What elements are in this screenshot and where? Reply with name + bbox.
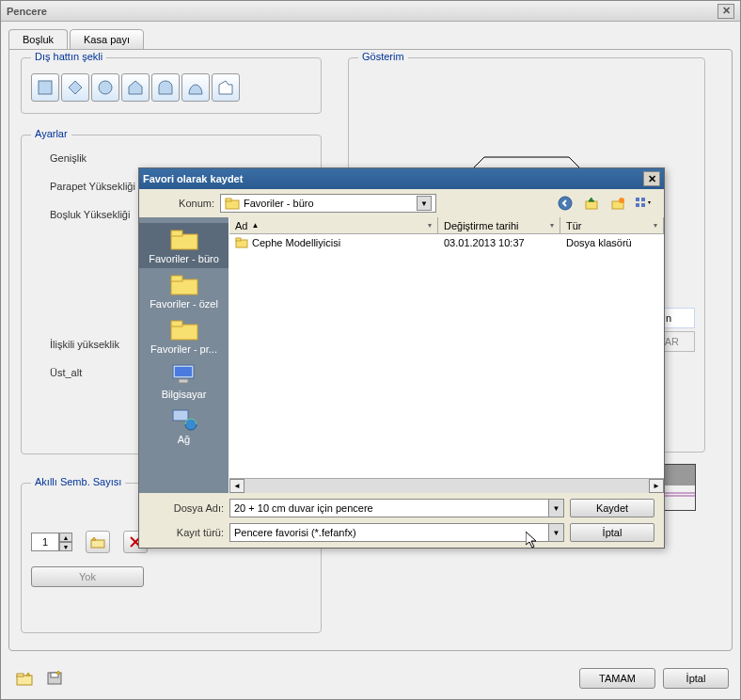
scroll-left-icon[interactable]: ◄ [229,479,244,493]
col-type[interactable]: Tür▾ [560,217,664,233]
svg-rect-16 [17,674,24,676]
folder-icon [235,237,248,248]
svg-point-2 [99,81,112,94]
file-row[interactable]: Cephe Modelliyicisi 03.01.2013 10:37 Dos… [229,234,664,251]
tab-bosluk[interactable]: Boşluk [8,29,68,50]
svg-rect-29 [636,203,639,207]
svg-rect-38 [175,367,192,376]
svg-marker-5 [92,537,96,540]
svg-rect-32 [171,231,182,236]
svg-marker-3 [129,81,142,94]
save-fav-icon[interactable] [42,667,67,690]
svg-point-23 [559,197,572,210]
type-value[interactable] [230,527,548,538]
svg-marker-17 [26,673,30,676]
svg-rect-30 [641,203,645,207]
group-gosterim-title: Gösterim [358,51,408,62]
svg-rect-43 [236,238,241,241]
shape-diamond-icon[interactable] [61,73,89,102]
place-ag[interactable]: Ağ [139,404,229,449]
dialog-close-icon[interactable]: ✕ [643,171,660,186]
view-menu-icon[interactable] [634,194,654,213]
svg-point-26 [619,198,624,203]
place-buro[interactable]: Favoriler - büro [139,223,229,268]
filename-input-wrap[interactable]: ▼ [229,499,564,517]
chevron-down-icon[interactable]: ▼ [548,524,563,541]
type-combo[interactable]: ▼ [229,523,564,542]
svg-rect-24 [586,201,597,209]
iptal-button[interactable]: İptal [663,668,729,689]
svg-rect-34 [171,276,182,281]
col-date[interactable]: Değiştirme tarihi▾ [438,217,560,233]
konum-label: Konum: [149,198,214,209]
shape-circle-icon[interactable] [91,73,119,102]
save-button[interactable]: Kaydet [570,499,654,517]
new-folder-icon[interactable] [607,194,628,213]
svg-marker-1 [69,81,82,94]
place-pr[interactable]: Favoriler - pr... [139,313,229,358]
chevron-down-icon[interactable]: ▼ [548,500,563,517]
up-folder-icon[interactable] [581,194,602,213]
back-icon[interactable] [555,194,575,213]
main-title: Pencere [7,6,47,17]
spin-down-icon[interactable]: ▼ [59,542,72,551]
shape-pentagon-icon[interactable] [121,73,150,102]
svg-rect-4 [91,540,104,548]
place-ozel[interactable]: Favoriler - özel [139,268,229,313]
svg-rect-40 [173,410,188,421]
dialog-title: Favori olarak kaydet [143,173,243,184]
open-fav-icon[interactable] [12,667,37,690]
shape-arch-icon[interactable] [151,73,180,102]
group-shape-title: Dış hattın şekli [31,51,106,62]
yok-button[interactable]: Yok [31,566,144,587]
col-name[interactable]: Ad▲▾ [229,217,438,233]
konum-value: Favoriler - büro [244,198,314,209]
save-as-dialog: Favori olarak kaydet ✕ Konum: Favoriler … [138,167,665,549]
shape-custom-icon[interactable] [212,73,240,102]
group-akilli-title: Akıllı Semb. Sayısı [31,476,125,487]
akilli-spinner[interactable]: ▲▼ [31,533,72,551]
spin-up-icon[interactable]: ▲ [59,533,72,542]
filename-input[interactable] [230,502,548,514]
svg-rect-22 [226,199,231,201]
shape-rect-icon[interactable] [31,73,59,102]
h-scrollbar[interactable]: ◄► [229,478,664,493]
svg-marker-20 [56,671,60,674]
svg-rect-39 [179,379,188,383]
svg-rect-28 [641,198,645,201]
scroll-right-icon[interactable]: ► [649,479,664,493]
group-ayarlar-title: Ayarlar [31,128,71,139]
cancel-button[interactable]: İptal [570,523,654,542]
place-bilgisayar[interactable]: Bilgisayar [139,358,229,404]
svg-rect-27 [636,198,639,201]
shape-halfcircle-icon[interactable] [181,73,210,102]
tamam-button[interactable]: TAMAM [579,668,655,689]
type-label: Kayıt türü: [149,527,224,538]
unfav-icon[interactable] [86,531,110,553]
filename-label: Dosya Adı: [149,502,224,514]
akilli-value-input[interactable] [31,533,59,551]
folder-icon [225,197,240,210]
konum-combo[interactable]: Favoriler - büro ▼ [220,194,436,213]
tab-kasapayi[interactable]: Kasa payı [70,29,144,50]
main-titlebar: Pencere ✕ [1,1,740,22]
close-icon[interactable]: ✕ [717,4,734,19]
genislik-label: Genişlik [50,152,311,164]
chevron-down-icon[interactable]: ▼ [417,196,432,211]
svg-rect-0 [39,81,52,94]
svg-rect-36 [171,321,182,326]
